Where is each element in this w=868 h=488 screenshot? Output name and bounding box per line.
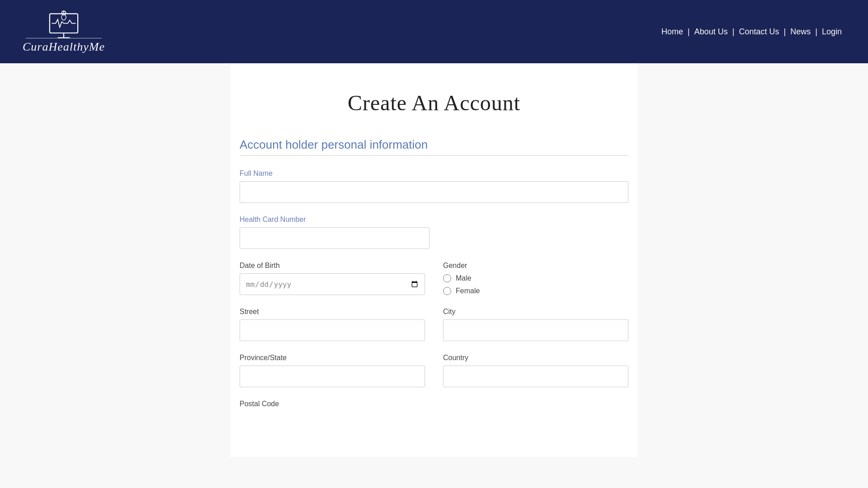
header: CuraHealthyMe Home | About Us | Contact … (0, 0, 868, 63)
nav-item-about[interactable]: About Us (691, 27, 731, 37)
city-input[interactable] (443, 319, 628, 341)
health-card-label: Health Card Number (240, 216, 628, 224)
nav-item-login[interactable]: Login (818, 27, 845, 37)
province-country-row: Province/State Country (240, 354, 628, 387)
dob-col: Date of Birth (240, 262, 425, 295)
gender-male-option[interactable]: Male (443, 274, 628, 282)
country-label: Country (443, 354, 628, 362)
gender-options: Male Female (443, 274, 628, 295)
dob-input[interactable] (240, 273, 425, 295)
gender-male-radio[interactable] (443, 274, 451, 282)
nav-separator-2: | (732, 27, 735, 37)
nav-item-home[interactable]: Home (658, 27, 687, 37)
brand-name: CuraHealthyMe (23, 40, 105, 54)
gender-male-label: Male (456, 274, 472, 282)
city-label: City (443, 308, 628, 316)
logo-area: CuraHealthyMe (23, 10, 105, 54)
nav-item-contact[interactable]: Contact Us (736, 27, 783, 37)
full-name-group: Full Name (240, 169, 628, 203)
gender-female-radio[interactable] (443, 287, 451, 295)
section-title: Account holder personal information (240, 138, 628, 152)
province-col: Province/State (240, 354, 425, 387)
full-name-label: Full Name (240, 169, 628, 178)
street-input[interactable] (240, 319, 425, 341)
country-input[interactable] (443, 366, 628, 387)
health-card-group: Health Card Number (240, 216, 628, 249)
dob-label: Date of Birth (240, 262, 425, 270)
create-account-form: Full Name Health Card Number Date of Bir… (240, 169, 628, 408)
main-nav: Home | About Us | Contact Us | News | Lo… (658, 27, 845, 37)
health-card-input[interactable] (240, 227, 429, 249)
gender-female-label: Female (456, 287, 480, 295)
page-title: Create An Account (240, 90, 628, 115)
nav-separator-3: | (784, 27, 786, 37)
country-col: Country (443, 354, 628, 387)
nav-separator-4: | (815, 27, 817, 37)
province-label: Province/State (240, 354, 425, 362)
gender-label: Gender (443, 262, 628, 270)
province-input[interactable] (240, 366, 425, 387)
street-col: Street (240, 308, 425, 341)
street-label: Street (240, 308, 425, 316)
city-col: City (443, 308, 628, 341)
nav-item-news[interactable]: News (787, 27, 814, 37)
gender-col: Gender Male Female (443, 262, 628, 295)
postal-label: Postal Code (240, 400, 628, 408)
postal-code-group: Postal Code (240, 400, 628, 408)
dob-gender-row: Date of Birth Gender Male Female (240, 262, 628, 295)
section-divider (240, 155, 628, 156)
logo-icon (46, 10, 82, 42)
full-name-input[interactable] (240, 181, 628, 203)
street-city-row: Street City (240, 308, 628, 341)
nav-separator-1: | (688, 27, 690, 37)
gender-female-option[interactable]: Female (443, 287, 628, 295)
main-content: Create An Account Account holder persona… (231, 63, 637, 457)
